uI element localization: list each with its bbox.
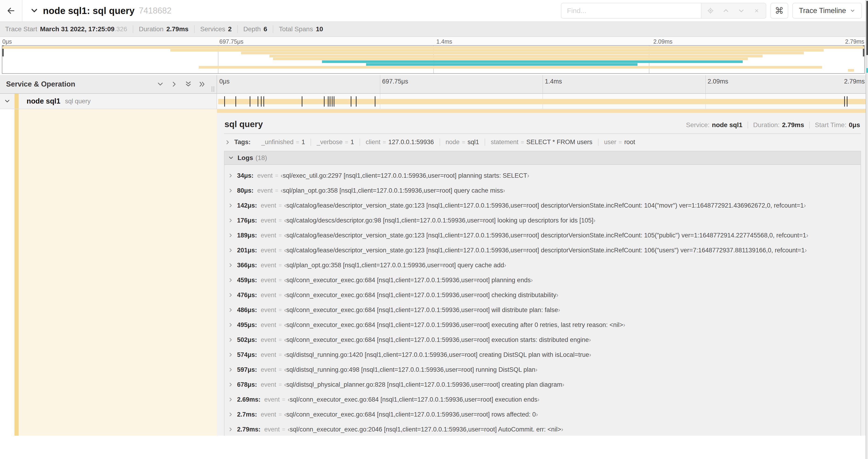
stat-label: Depth [243, 25, 261, 33]
equals-sign: = [279, 217, 282, 224]
log-marker-tick [257, 96, 258, 107]
close-quote: › [531, 276, 533, 284]
log-row[interactable]: 597μs:event=‹sql/distsql_running.go:498 … [224, 362, 861, 377]
log-row[interactable]: 486μs:event=‹sql/conn_executor_exec.go:6… [224, 302, 861, 318]
log-field-key: event [261, 276, 276, 284]
tag-item: statement=SELECT * FROM users [485, 138, 598, 146]
equals-sign: = [345, 139, 348, 145]
minimap-span-bar [366, 63, 638, 66]
equals-sign: = [279, 411, 282, 418]
detail-header: sql query Service:node sql1Duration:2.79… [224, 118, 861, 134]
expand-all-icon[interactable] [199, 81, 206, 88]
tags-accordion[interactable]: Tags: _unfinished=1_verbose=1client=127.… [224, 134, 861, 151]
timeline-header-row: Service & Operation 0μs697.75μs1.4ms2.09… [0, 75, 868, 94]
timeline-tick-label: 1.4ms [545, 78, 562, 85]
tag-value: sql1 [468, 138, 479, 146]
locate-button[interactable] [704, 4, 717, 17]
log-row[interactable]: 176μs:event=‹sql/catalog/descs/descripto… [224, 213, 861, 228]
log-row[interactable]: 678μs:event=‹sql/distsql_physical_planne… [224, 377, 861, 392]
stat-value: 2 [228, 25, 232, 33]
timeline-gridline [705, 75, 706, 93]
chevron-right-icon [228, 337, 233, 342]
log-field-key: event [257, 172, 273, 179]
trace-timeline-page: node sql1: sql query 7418682 × [0, 0, 868, 459]
log-field-key: event [261, 411, 276, 418]
find-clear-button[interactable]: × [750, 4, 764, 17]
chevron-down-icon [738, 7, 745, 14]
equals-sign: = [282, 426, 285, 433]
log-row[interactable]: 495μs:event=‹sql/conn_executor_exec.go:6… [224, 318, 861, 332]
span-detail-section: sql query Service:node sql1Duration:2.79… [0, 109, 868, 436]
keyboard-shortcuts-button[interactable]: ⌘ [771, 3, 788, 19]
log-timestamp: 201μs: [237, 247, 257, 254]
log-row[interactable]: 459μs:event=‹sql/conn_executor_exec.go:6… [224, 273, 861, 288]
log-row[interactable]: 2.79ms:event=‹sql/conn_executor_exec.go:… [224, 422, 861, 436]
log-row[interactable]: 2.7ms:event=‹sql/conn_executor_exec.go:6… [224, 407, 861, 422]
close-quote: › [527, 172, 529, 179]
log-row[interactable]: 142μs:event=‹sql/catalog/lease/descripto… [224, 198, 861, 213]
log-row[interactable]: 201μs:event=‹sql/catalog/lease/descripto… [224, 243, 861, 258]
chevron-right-icon [228, 397, 233, 402]
open-quote: ‹ [284, 262, 286, 269]
collapse-all-icon[interactable] [185, 81, 192, 88]
find-buttons: × [701, 3, 766, 19]
chevron-right-icon [228, 173, 233, 178]
timeline-tick-header: 0μs697.75μs1.4ms2.09ms2.79ms [217, 75, 868, 93]
detail-row-accent-bar [217, 109, 868, 113]
find-next-button[interactable] [735, 4, 748, 17]
log-row[interactable]: 366μs:event=‹sql/plan_opt.go:358 [nsql1,… [224, 258, 861, 273]
tag-value: 1 [350, 138, 354, 146]
detail-panel-column: sql query Service:node sql1Duration:2.79… [217, 109, 868, 436]
span-row-name-cell[interactable]: node sql1 sql query [0, 94, 217, 109]
log-field-key: event [261, 292, 276, 299]
log-field-key: event [261, 217, 276, 224]
log-timestamp: 476μs: [237, 292, 257, 299]
scrollbar-thumb[interactable] [866, 1, 868, 55]
span-row-timeline-cell[interactable] [217, 94, 868, 109]
equals-sign: = [275, 172, 278, 179]
equals-sign: = [279, 262, 282, 268]
collapse-one-icon[interactable] [157, 81, 164, 88]
span-color-stripe [14, 94, 19, 109]
chevron-right-icon [228, 322, 233, 327]
log-field-key: event [265, 426, 280, 433]
back-button[interactable] [0, 0, 22, 22]
log-row[interactable]: 476μs:event=‹sql/conn_executor_exec.go:6… [224, 288, 861, 302]
equals-sign: = [279, 322, 282, 328]
find-prev-button[interactable] [719, 4, 733, 17]
span-duration-bar[interactable] [218, 99, 867, 104]
log-marker-tick [261, 96, 261, 107]
log-row[interactable]: 2.69ms:event=‹sql/conn_executor_exec.go:… [224, 392, 861, 407]
log-field-key: event [261, 351, 276, 358]
minimap-canvas[interactable] [2, 45, 865, 74]
chevron-down-icon[interactable] [0, 98, 14, 104]
tag-value: 127.0.0.1:59936 [388, 138, 434, 146]
open-quote: ‹ [284, 381, 286, 388]
timeline-minimap: 0μs697.75μs1.4ms2.09ms2.79ms [0, 37, 868, 75]
minimap-span-bar [2, 46, 864, 49]
expand-one-icon[interactable] [171, 81, 178, 88]
timeline-tick-label: 697.75μs [382, 78, 408, 85]
log-row[interactable]: 574μs:event=‹sql/distsql_running.go:1420… [224, 347, 861, 362]
page-scrollbar[interactable] [866, 0, 868, 459]
log-timestamp: 597μs: [237, 366, 257, 373]
logs-accordion-header[interactable]: Logs (18) [224, 151, 861, 165]
meta-value: 0μs [849, 121, 860, 129]
view-dropdown-button[interactable]: Trace Timeline [793, 3, 862, 19]
minimap-span-bar [273, 58, 748, 60]
find-input[interactable] [561, 3, 701, 19]
log-row[interactable]: 34μs:event=‹sql/exec_util.go:2297 [nsql1… [224, 168, 861, 183]
log-row[interactable]: 80μs:event=‹sql/plan_opt.go:358 [nsql1,c… [224, 183, 861, 198]
chevron-right-icon [228, 382, 233, 387]
log-field-key: event [261, 262, 276, 269]
chevron-right-icon [228, 218, 233, 223]
close-quote: › [535, 366, 537, 373]
chevron-right-icon [225, 139, 230, 145]
tags-label: Tags: [234, 138, 251, 146]
log-row[interactable]: 502μs:event=‹sql/conn_executor_exec.go:6… [224, 332, 861, 347]
chevron-right-icon [228, 292, 233, 298]
column-resizer[interactable] [212, 86, 214, 92]
log-marker-tick [375, 96, 375, 107]
chevron-down-icon[interactable] [30, 7, 38, 15]
log-row[interactable]: 189μs:event=‹sql/catalog/lease/descripto… [224, 228, 861, 243]
